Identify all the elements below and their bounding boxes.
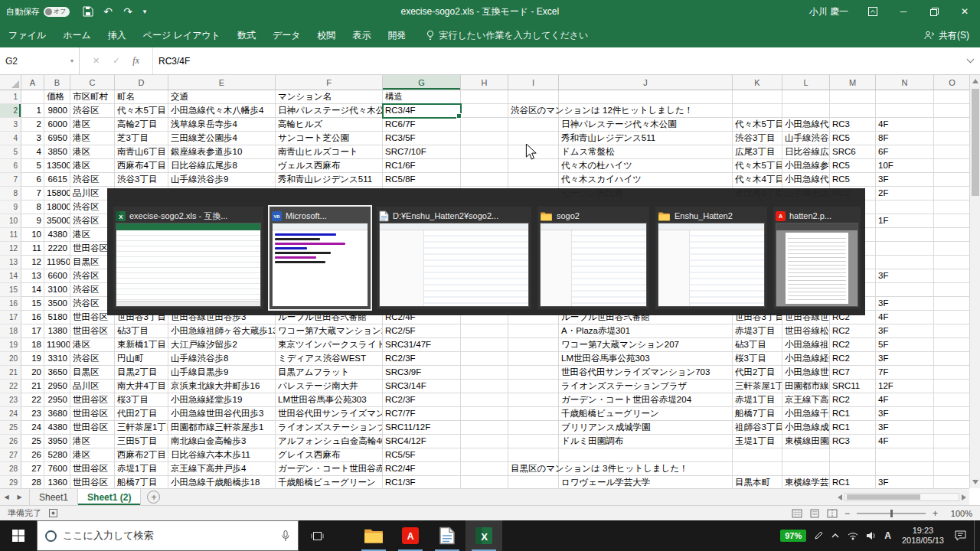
cell-C7[interactable]: 渋谷区 xyxy=(70,173,115,187)
share-button[interactable]: 共有(S) xyxy=(924,29,980,42)
cell-H2[interactable] xyxy=(461,104,508,118)
chevron-up-icon[interactable] xyxy=(831,533,840,539)
cell-F2[interactable]: 日神パレステージ代々木公園 xyxy=(276,104,383,118)
cell-B12[interactable]: 2220 xyxy=(44,242,70,256)
cell-N10[interactable]: 1F xyxy=(876,214,934,228)
cell-C1[interactable]: 市区町村 xyxy=(70,90,115,104)
taskbar-app-editor[interactable] xyxy=(429,520,466,551)
vertical-scrollbar-thumb[interactable] xyxy=(972,89,979,196)
taskbar-thumbnail-5[interactable]: Ahatten2.p... xyxy=(773,207,861,309)
row-header-4[interactable]: 4 xyxy=(0,132,21,145)
cell-J1[interactable] xyxy=(559,90,733,104)
row-header-8[interactable]: 8 xyxy=(0,187,21,201)
start-button[interactable] xyxy=(0,520,37,551)
taskbar-clock[interactable]: 19:23 2018/05/13 xyxy=(899,526,947,546)
cell-D6[interactable]: 西麻布4丁目 xyxy=(115,159,168,173)
cell-E27[interactable]: 日比谷線六本木歩11 xyxy=(168,448,276,462)
cell-L6[interactable]: 小田急線参宮橋歩5 xyxy=(782,159,830,173)
cell-H7[interactable] xyxy=(461,173,508,187)
sheet-tab-0[interactable]: Sheet1 xyxy=(30,489,78,505)
cell-C18[interactable]: 世田谷区 xyxy=(70,324,115,338)
cell-K29[interactable]: 目黒本町 xyxy=(733,476,782,488)
cell-F28[interactable]: ガーデン・コート世田谷赤堤204 xyxy=(276,462,383,476)
row-header-18[interactable]: 18 xyxy=(0,324,21,338)
volume-icon[interactable] xyxy=(866,531,877,540)
cell-I24[interactable] xyxy=(508,407,559,421)
cell-M23[interactable]: RC2 xyxy=(830,393,876,407)
cell-D19[interactable]: 東新橋1丁目 xyxy=(115,338,168,352)
cell-J7[interactable]: 代々木スカイハイツ xyxy=(559,173,733,187)
cell-N3[interactable]: 4F xyxy=(876,118,934,132)
cell-J5[interactable]: ドムス常盤松 xyxy=(559,145,733,159)
column-header-C[interactable]: C xyxy=(70,75,115,90)
horizontal-scrollbar[interactable] xyxy=(838,493,969,501)
cell-N16[interactable]: 3F xyxy=(876,297,934,311)
view-normal-icon[interactable] xyxy=(792,509,802,518)
ribbon-tab-6[interactable]: 校閲 xyxy=(309,23,345,47)
cell-M7[interactable]: RC5 xyxy=(830,173,876,187)
cell-I19[interactable] xyxy=(508,338,559,352)
cell-O1[interactable] xyxy=(934,90,969,104)
cell-C6[interactable]: 港区 xyxy=(70,159,115,173)
microphone-icon[interactable] xyxy=(281,530,290,542)
ribbon-tab-3[interactable]: ページ レイアウト xyxy=(135,23,229,47)
cell-B9[interactable]: 18000 xyxy=(44,201,70,214)
cell-D23[interactable]: 桜3丁目 xyxy=(115,393,168,407)
cell-I20[interactable] xyxy=(508,352,559,366)
row-header-16[interactable]: 16 xyxy=(0,297,21,311)
row-header-19[interactable]: 19 xyxy=(0,338,21,352)
cell-O20[interactable] xyxy=(934,352,969,366)
sheet-tab-1[interactable]: Sheet1 (2) xyxy=(78,489,141,505)
cell-E21[interactable]: 山手線目黒歩9 xyxy=(168,366,276,380)
cell-J26[interactable]: ドルミ田園調布 xyxy=(559,435,733,448)
cell-H1[interactable] xyxy=(461,90,508,104)
cell-L25[interactable]: 小田急線成城学園前歩7 xyxy=(782,421,830,435)
cell-D29[interactable]: 船橋7丁目 xyxy=(115,476,168,488)
name-box[interactable]: G2 ▾ xyxy=(0,47,80,74)
ribbon-tab-8[interactable]: 開発 xyxy=(380,23,415,47)
cell-M20[interactable]: RC2 xyxy=(830,352,876,366)
cell-N20[interactable]: 3F xyxy=(876,352,934,366)
taskbar-app-explorer[interactable] xyxy=(355,520,392,551)
undo-button[interactable]: ↶ xyxy=(99,2,117,21)
cancel-icon[interactable]: ✕ xyxy=(93,56,100,66)
cell-A15[interactable]: 14 xyxy=(21,283,44,297)
column-header-B[interactable]: B xyxy=(44,75,70,90)
cell-D28[interactable]: 赤堤1丁目 xyxy=(115,462,168,476)
cell-C27[interactable]: 港区 xyxy=(70,448,115,462)
cell-O17[interactable] xyxy=(934,311,969,324)
cell-G25[interactable]: SRC11/12F xyxy=(383,421,461,435)
cell-N25[interactable]: 3F xyxy=(876,421,934,435)
cell-A23[interactable]: 22 xyxy=(21,393,44,407)
cell-J21[interactable]: 世田谷代田サンライズマンション703 xyxy=(559,366,733,380)
autosave-toggle[interactable]: 自動保存 オフ xyxy=(0,6,76,18)
cell-B27[interactable]: 5280 xyxy=(44,448,70,462)
cell-N1[interactable] xyxy=(876,90,934,104)
cell-L22[interactable]: 田園都市線三軒茶屋歩1 xyxy=(782,380,830,393)
cell-I21[interactable] xyxy=(508,366,559,380)
cell-N19[interactable]: 5F xyxy=(876,338,934,352)
cell-L21[interactable]: 小田急線世田谷代田歩3 xyxy=(782,366,830,380)
cell-G6[interactable]: RC1/6F xyxy=(383,159,461,173)
cell-O11[interactable] xyxy=(934,228,969,242)
cell-M27[interactable] xyxy=(830,448,876,462)
ribbon-tab-7[interactable]: 表示 xyxy=(345,23,380,47)
cell-M6[interactable]: RC5 xyxy=(830,159,876,173)
cell-J23[interactable]: ガーデン・コート世田谷赤堤204 xyxy=(559,393,733,407)
ribbon-tab-0[interactable]: ファイル xyxy=(0,23,54,47)
cell-M21[interactable]: RC7 xyxy=(830,366,876,380)
cell-A8[interactable]: 7 xyxy=(21,187,44,201)
insert-function-icon[interactable]: fx xyxy=(132,55,139,67)
zoom-slider-thumb[interactable] xyxy=(890,510,893,517)
cell-N7[interactable]: 3F xyxy=(876,173,934,187)
cell-E19[interactable]: 大江戸線汐留歩2 xyxy=(168,338,276,352)
ribbon-tab-1[interactable]: ホーム xyxy=(54,23,100,47)
cell-L1[interactable] xyxy=(782,90,830,104)
cell-B23[interactable]: 2950 xyxy=(44,393,70,407)
cell-G18[interactable]: RC2/5F xyxy=(383,324,461,338)
cell-A5[interactable]: 4 xyxy=(21,145,44,159)
cell-H24[interactable] xyxy=(461,407,508,421)
cell-K26[interactable]: 玉堤1丁目 xyxy=(733,435,782,448)
cell-O12[interactable] xyxy=(934,242,969,256)
cell-K24[interactable]: 船橋7丁目 xyxy=(733,407,782,421)
